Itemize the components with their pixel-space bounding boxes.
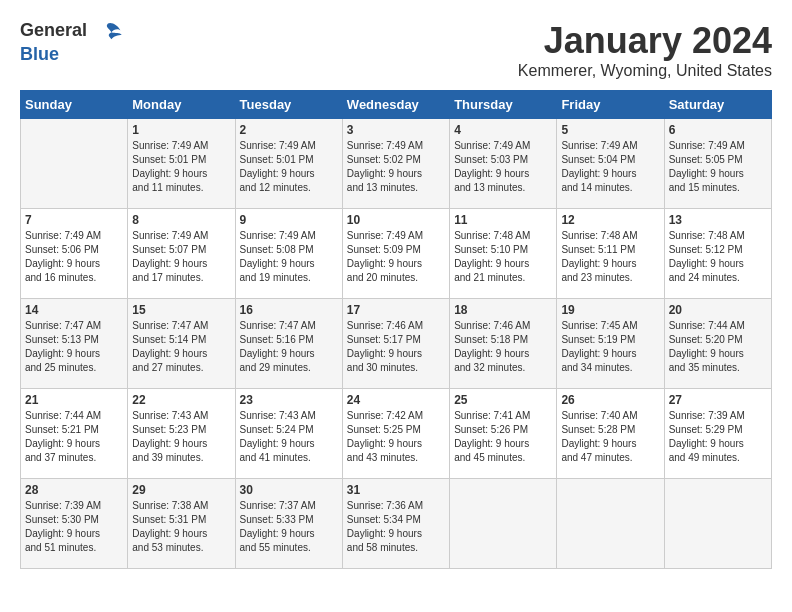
day-info: Sunrise: 7:48 AM Sunset: 5:10 PM Dayligh… (454, 229, 552, 285)
day-number: 27 (669, 393, 767, 407)
day-number: 28 (25, 483, 123, 497)
calendar-cell: 19Sunrise: 7:45 AM Sunset: 5:19 PM Dayli… (557, 299, 664, 389)
day-info: Sunrise: 7:46 AM Sunset: 5:18 PM Dayligh… (454, 319, 552, 375)
logo-line1: General (20, 20, 122, 44)
day-info: Sunrise: 7:49 AM Sunset: 5:05 PM Dayligh… (669, 139, 767, 195)
day-info: Sunrise: 7:39 AM Sunset: 5:29 PM Dayligh… (669, 409, 767, 465)
day-number: 21 (25, 393, 123, 407)
day-number: 15 (132, 303, 230, 317)
calendar-cell: 22Sunrise: 7:43 AM Sunset: 5:23 PM Dayli… (128, 389, 235, 479)
day-number: 11 (454, 213, 552, 227)
day-number: 2 (240, 123, 338, 137)
day-info: Sunrise: 7:47 AM Sunset: 5:14 PM Dayligh… (132, 319, 230, 375)
calendar-week-4: 21Sunrise: 7:44 AM Sunset: 5:21 PM Dayli… (21, 389, 772, 479)
calendar-cell: 27Sunrise: 7:39 AM Sunset: 5:29 PM Dayli… (664, 389, 771, 479)
day-number: 18 (454, 303, 552, 317)
calendar-cell: 16Sunrise: 7:47 AM Sunset: 5:16 PM Dayli… (235, 299, 342, 389)
calendar-cell: 29Sunrise: 7:38 AM Sunset: 5:31 PM Dayli… (128, 479, 235, 569)
header: General Blue January 2024 Kemmerer, Wyom… (20, 20, 772, 80)
month-title: January 2024 (518, 20, 772, 62)
day-number: 8 (132, 213, 230, 227)
day-number: 6 (669, 123, 767, 137)
calendar-cell: 10Sunrise: 7:49 AM Sunset: 5:09 PM Dayli… (342, 209, 449, 299)
day-number: 5 (561, 123, 659, 137)
day-number: 30 (240, 483, 338, 497)
day-number: 29 (132, 483, 230, 497)
day-info: Sunrise: 7:48 AM Sunset: 5:12 PM Dayligh… (669, 229, 767, 285)
logo: General Blue (20, 20, 122, 65)
day-info: Sunrise: 7:36 AM Sunset: 5:34 PM Dayligh… (347, 499, 445, 555)
day-number: 24 (347, 393, 445, 407)
calendar-cell: 3Sunrise: 7:49 AM Sunset: 5:02 PM Daylig… (342, 119, 449, 209)
calendar-cell: 17Sunrise: 7:46 AM Sunset: 5:17 PM Dayli… (342, 299, 449, 389)
day-info: Sunrise: 7:45 AM Sunset: 5:19 PM Dayligh… (561, 319, 659, 375)
day-number: 13 (669, 213, 767, 227)
day-number: 14 (25, 303, 123, 317)
day-number: 22 (132, 393, 230, 407)
calendar-cell: 6Sunrise: 7:49 AM Sunset: 5:05 PM Daylig… (664, 119, 771, 209)
logo-blue: Blue (20, 44, 59, 64)
day-number: 3 (347, 123, 445, 137)
calendar-cell (557, 479, 664, 569)
day-info: Sunrise: 7:47 AM Sunset: 5:13 PM Dayligh… (25, 319, 123, 375)
calendar-cell (450, 479, 557, 569)
calendar-cell: 5Sunrise: 7:49 AM Sunset: 5:04 PM Daylig… (557, 119, 664, 209)
calendar-cell: 30Sunrise: 7:37 AM Sunset: 5:33 PM Dayli… (235, 479, 342, 569)
title-area: January 2024 Kemmerer, Wyoming, United S… (518, 20, 772, 80)
logo-general: General (20, 20, 87, 40)
calendar-cell: 25Sunrise: 7:41 AM Sunset: 5:26 PM Dayli… (450, 389, 557, 479)
weekday-header-wednesday: Wednesday (342, 91, 449, 119)
calendar-body: 1Sunrise: 7:49 AM Sunset: 5:01 PM Daylig… (21, 119, 772, 569)
day-info: Sunrise: 7:49 AM Sunset: 5:03 PM Dayligh… (454, 139, 552, 195)
day-info: Sunrise: 7:41 AM Sunset: 5:26 PM Dayligh… (454, 409, 552, 465)
calendar-cell: 1Sunrise: 7:49 AM Sunset: 5:01 PM Daylig… (128, 119, 235, 209)
calendar-cell: 13Sunrise: 7:48 AM Sunset: 5:12 PM Dayli… (664, 209, 771, 299)
calendar-cell (21, 119, 128, 209)
day-info: Sunrise: 7:47 AM Sunset: 5:16 PM Dayligh… (240, 319, 338, 375)
calendar-cell: 20Sunrise: 7:44 AM Sunset: 5:20 PM Dayli… (664, 299, 771, 389)
day-info: Sunrise: 7:49 AM Sunset: 5:07 PM Dayligh… (132, 229, 230, 285)
calendar-week-5: 28Sunrise: 7:39 AM Sunset: 5:30 PM Dayli… (21, 479, 772, 569)
day-info: Sunrise: 7:37 AM Sunset: 5:33 PM Dayligh… (240, 499, 338, 555)
weekday-header-row: SundayMondayTuesdayWednesdayThursdayFrid… (21, 91, 772, 119)
location-title: Kemmerer, Wyoming, United States (518, 62, 772, 80)
day-number: 17 (347, 303, 445, 317)
day-info: Sunrise: 7:49 AM Sunset: 5:01 PM Dayligh… (240, 139, 338, 195)
logo-line2: Blue (20, 44, 122, 65)
day-number: 20 (669, 303, 767, 317)
day-number: 1 (132, 123, 230, 137)
calendar-cell: 15Sunrise: 7:47 AM Sunset: 5:14 PM Dayli… (128, 299, 235, 389)
calendar-header: SundayMondayTuesdayWednesdayThursdayFrid… (21, 91, 772, 119)
calendar-cell: 26Sunrise: 7:40 AM Sunset: 5:28 PM Dayli… (557, 389, 664, 479)
day-info: Sunrise: 7:48 AM Sunset: 5:11 PM Dayligh… (561, 229, 659, 285)
calendar-cell: 9Sunrise: 7:49 AM Sunset: 5:08 PM Daylig… (235, 209, 342, 299)
calendar-table: SundayMondayTuesdayWednesdayThursdayFrid… (20, 90, 772, 569)
weekday-header-tuesday: Tuesday (235, 91, 342, 119)
day-number: 16 (240, 303, 338, 317)
day-number: 9 (240, 213, 338, 227)
day-number: 25 (454, 393, 552, 407)
calendar-cell: 12Sunrise: 7:48 AM Sunset: 5:11 PM Dayli… (557, 209, 664, 299)
day-info: Sunrise: 7:46 AM Sunset: 5:17 PM Dayligh… (347, 319, 445, 375)
day-info: Sunrise: 7:40 AM Sunset: 5:28 PM Dayligh… (561, 409, 659, 465)
calendar-cell: 24Sunrise: 7:42 AM Sunset: 5:25 PM Dayli… (342, 389, 449, 479)
weekday-header-friday: Friday (557, 91, 664, 119)
calendar-cell: 18Sunrise: 7:46 AM Sunset: 5:18 PM Dayli… (450, 299, 557, 389)
day-info: Sunrise: 7:49 AM Sunset: 5:02 PM Dayligh… (347, 139, 445, 195)
day-info: Sunrise: 7:44 AM Sunset: 5:21 PM Dayligh… (25, 409, 123, 465)
day-info: Sunrise: 7:49 AM Sunset: 5:08 PM Dayligh… (240, 229, 338, 285)
calendar-cell: 4Sunrise: 7:49 AM Sunset: 5:03 PM Daylig… (450, 119, 557, 209)
day-number: 31 (347, 483, 445, 497)
day-number: 26 (561, 393, 659, 407)
calendar-week-2: 7Sunrise: 7:49 AM Sunset: 5:06 PM Daylig… (21, 209, 772, 299)
day-info: Sunrise: 7:49 AM Sunset: 5:01 PM Dayligh… (132, 139, 230, 195)
calendar-cell: 31Sunrise: 7:36 AM Sunset: 5:34 PM Dayli… (342, 479, 449, 569)
day-info: Sunrise: 7:39 AM Sunset: 5:30 PM Dayligh… (25, 499, 123, 555)
weekday-header-thursday: Thursday (450, 91, 557, 119)
calendar-cell: 28Sunrise: 7:39 AM Sunset: 5:30 PM Dayli… (21, 479, 128, 569)
day-number: 4 (454, 123, 552, 137)
logo-bird-icon (94, 20, 122, 44)
calendar-cell (664, 479, 771, 569)
day-info: Sunrise: 7:49 AM Sunset: 5:04 PM Dayligh… (561, 139, 659, 195)
calendar-week-1: 1Sunrise: 7:49 AM Sunset: 5:01 PM Daylig… (21, 119, 772, 209)
